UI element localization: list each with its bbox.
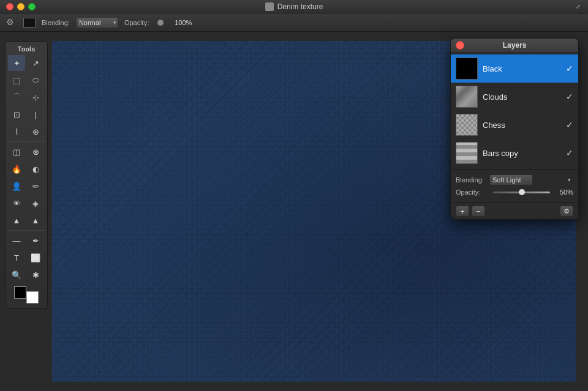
layers-settings-button[interactable]: ⚙ bbox=[560, 206, 573, 217]
window-controls bbox=[6, 3, 36, 10]
minimize-button[interactable] bbox=[17, 3, 24, 10]
main-area: Tools ✦ ↗ ⬚ ⬭ ⌒ ⊹ ⊡ | ⌇ ⊕ ◫ ⊗ 🔥 ◐ 👤 ✏ 👁 … bbox=[0, 32, 588, 391]
close-button[interactable] bbox=[6, 3, 13, 10]
toolbar-color-swatch[interactable] bbox=[23, 18, 36, 28]
layer-name-clouds: Clouds bbox=[483, 92, 564, 102]
blending-row: Blending: Normal Multiply Screen Overlay… bbox=[456, 174, 573, 185]
layers-footer: + − ⚙ bbox=[451, 203, 578, 219]
opacity-circle-icon bbox=[157, 20, 164, 26]
layer-visible-bars-copy[interactable]: ✓ bbox=[566, 148, 573, 158]
layers-panel-title: Layers bbox=[503, 41, 527, 50]
magic-wand-tool[interactable]: ⊹ bbox=[27, 89, 44, 105]
layers-close-button[interactable] bbox=[456, 41, 464, 50]
foreground-color-swatch[interactable] bbox=[14, 286, 26, 299]
ellipse-tool[interactable]: ⬭ bbox=[27, 72, 44, 88]
layers-panel-titlebar: Layers bbox=[451, 39, 578, 52]
layer-visible-chess[interactable]: ✓ bbox=[566, 120, 573, 130]
layer-thumb-clouds bbox=[456, 86, 478, 108]
gem-tool[interactable]: ◈ bbox=[27, 195, 44, 211]
titlebar: Denim texture ⤢ bbox=[0, 0, 588, 13]
tools-grid-3: — ✒ T ⬜ 🔍 ✱ bbox=[8, 233, 45, 283]
add-layer-button[interactable]: + bbox=[456, 206, 469, 217]
rect-select-tool[interactable]: ⬚ bbox=[8, 72, 25, 88]
opacity-label: Opacity: bbox=[124, 19, 149, 26]
layer-visible-clouds[interactable]: ✓ bbox=[566, 92, 573, 102]
move-tool[interactable]: ↗ bbox=[27, 55, 44, 71]
pencil-tool[interactable]: ✏ bbox=[27, 178, 44, 194]
rect-tool[interactable]: ⬜ bbox=[27, 250, 44, 266]
window-title-area: Denim texture bbox=[265, 2, 323, 11]
toolbar-settings-icon[interactable]: ⚙ bbox=[6, 17, 17, 28]
layer-item-black[interactable]: Black ✓ bbox=[451, 54, 578, 83]
layers-panel: Layers Black ✓ Clouds ✓ Chess ✓ bbox=[450, 38, 579, 220]
crop-tool[interactable]: ⊡ bbox=[8, 106, 25, 122]
background-color-swatch[interactable] bbox=[26, 291, 39, 303]
expand-button[interactable]: ⤢ bbox=[573, 2, 583, 11]
remove-layer-button[interactable]: − bbox=[472, 206, 485, 217]
burn-tool[interactable]: ◐ bbox=[27, 161, 44, 177]
tools-grid: ✦ ↗ ⬚ ⬭ ⌒ ⊹ ⊡ | ⌇ ⊕ bbox=[8, 55, 45, 140]
blending-mode-select[interactable]: Normal Multiply Screen Overlay Soft Ligh… bbox=[76, 17, 118, 28]
layers-opacity-label: Opacity: bbox=[456, 188, 489, 196]
layer-thumb-bars bbox=[456, 142, 478, 164]
hand-tool[interactable]: ✱ bbox=[27, 267, 44, 283]
window-title: Denim texture bbox=[277, 2, 323, 11]
opacity-slider-track[interactable] bbox=[493, 192, 550, 193]
person-tool[interactable]: 👤 bbox=[8, 178, 25, 194]
line-tool[interactable]: — bbox=[8, 233, 25, 248]
pointer-tool[interactable]: ✦ bbox=[8, 55, 25, 71]
layer-item-clouds[interactable]: Clouds ✓ bbox=[451, 83, 578, 111]
layer-name-black: Black bbox=[483, 64, 564, 73]
layers-blend-select[interactable]: Normal Multiply Screen Overlay Soft Ligh… bbox=[489, 174, 533, 185]
tools-panel-title: Tools bbox=[8, 45, 45, 53]
blending-label: Blending: bbox=[42, 19, 70, 26]
flame-tool[interactable]: 🔥 bbox=[8, 161, 25, 177]
eye-tool[interactable]: 👁 bbox=[8, 195, 25, 211]
paint-bucket-tool[interactable]: ⊗ bbox=[27, 144, 44, 160]
eyedropper-tool[interactable]: | bbox=[27, 106, 44, 122]
opacity-row: Opacity: 50% bbox=[456, 188, 573, 196]
blending-select-wrapper[interactable]: Normal Multiply Screen Overlay Soft Ligh… bbox=[76, 17, 118, 28]
pen-tool[interactable]: ✒ bbox=[27, 233, 44, 248]
document-icon bbox=[265, 2, 274, 11]
layer-name-chess: Chess bbox=[483, 121, 564, 130]
layers-controls: Blending: Normal Multiply Screen Overlay… bbox=[451, 169, 578, 203]
gradient-tool[interactable]: ◫ bbox=[8, 144, 25, 160]
layers-list: Black ✓ Clouds ✓ Chess ✓ Bars copy ✓ bbox=[451, 52, 578, 169]
maximize-button[interactable] bbox=[28, 3, 36, 10]
tool-divider-1 bbox=[8, 141, 45, 142]
layers-opacity-value: 50% bbox=[554, 188, 573, 196]
layer-visible-black[interactable]: ✓ bbox=[566, 64, 573, 73]
layer-thumb-black bbox=[456, 58, 478, 80]
layer-item-bars-copy[interactable]: Bars copy ✓ bbox=[451, 139, 578, 167]
layer-name-bars-copy: Bars copy bbox=[483, 149, 564, 158]
tools-grid-2: ◫ ⊗ 🔥 ◐ 👤 ✏ 👁 ◈ ▲ ▲ bbox=[8, 144, 45, 228]
clone-tool[interactable]: ⊕ bbox=[27, 124, 44, 140]
opacity-value: 100% bbox=[175, 19, 192, 26]
triangle-tool[interactable]: ▲ bbox=[8, 212, 25, 228]
layer-item-chess[interactable]: Chess ✓ bbox=[451, 111, 578, 139]
layer-thumb-chess bbox=[456, 114, 478, 136]
color-swatch-area bbox=[8, 285, 45, 305]
brush-tool[interactable]: ⌇ bbox=[8, 124, 25, 140]
text-tool[interactable]: T bbox=[8, 250, 25, 266]
opacity-slider-thumb[interactable] bbox=[519, 189, 525, 195]
triangle2-tool[interactable]: ▲ bbox=[27, 212, 44, 228]
zoom-tool[interactable]: 🔍 bbox=[8, 267, 25, 283]
main-toolbar: ⚙ Blending: Normal Multiply Screen Overl… bbox=[0, 13, 588, 32]
layers-blend-select-wrapper[interactable]: Normal Multiply Screen Overlay Soft Ligh… bbox=[489, 174, 573, 185]
lasso-tool[interactable]: ⌒ bbox=[8, 89, 25, 105]
tool-divider-2 bbox=[8, 230, 45, 231]
layers-blending-label: Blending: bbox=[456, 176, 489, 184]
tools-panel: Tools ✦ ↗ ⬚ ⬭ ⌒ ⊹ ⊡ | ⌇ ⊕ ◫ ⊗ 🔥 ◐ 👤 ✏ 👁 … bbox=[5, 41, 48, 309]
